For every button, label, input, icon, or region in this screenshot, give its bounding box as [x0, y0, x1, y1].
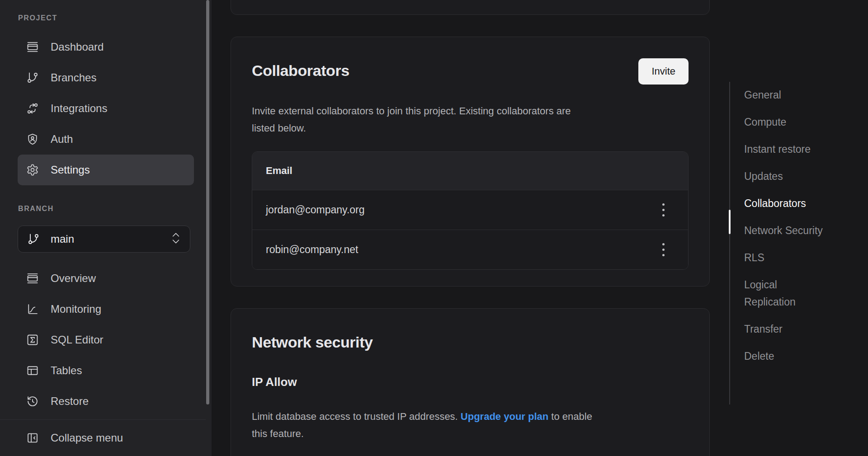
sidebar-scrollbar-thumb[interactable]	[206, 0, 209, 404]
settings-page-nav: General Compute Instant restore Updates …	[729, 82, 828, 375]
sidebar-item-label: Integrations	[51, 102, 107, 115]
kebab-dot	[662, 214, 665, 216]
kebab-dot	[662, 249, 665, 251]
ip-allow-text-before: Limit database access to trusted IP addr…	[252, 411, 458, 422]
sidebar-item-label: Settings	[51, 164, 90, 176]
project-nav: Dashboard Branches Integrations Auth Set…	[18, 32, 194, 185]
kebab-dot	[662, 203, 665, 206]
collaborators-card: Collaborators Invite Invite external col…	[231, 37, 710, 287]
collaborator-email: jordan@company.org	[266, 204, 365, 216]
sidebar-item-monitoring[interactable]: Monitoring	[18, 294, 194, 324]
nav-item-network-security[interactable]: Network Security	[744, 222, 828, 239]
sidebar-item-label: SQL Editor	[51, 334, 104, 346]
branch-section-label: BRANCH	[18, 203, 212, 214]
nav-item-transfer[interactable]: Transfer	[744, 320, 828, 338]
chevron-up-down-icon	[171, 230, 181, 248]
restore-icon	[26, 395, 39, 408]
sidebar-item-label: Monitoring	[51, 303, 101, 315]
row-menu-button[interactable]	[660, 201, 667, 219]
sidebar-item-label: Collapse menu	[51, 432, 123, 444]
git-branch-icon	[26, 71, 39, 84]
row-menu-button[interactable]	[660, 240, 667, 259]
branch-nav: Overview Monitoring SQL Editor Tables Re…	[18, 263, 194, 417]
monitoring-icon	[26, 303, 39, 315]
sidebar-item-overview[interactable]: Overview	[18, 263, 194, 294]
sidebar-item-auth[interactable]: Auth	[18, 124, 194, 155]
table-row: robin@company.net	[252, 230, 688, 269]
ip-allow-text: Limit database access to trusted IP addr…	[252, 408, 689, 442]
auth-shield-icon	[26, 133, 39, 146]
collapse-nav: Collapse menu	[18, 423, 194, 453]
collaborators-card-header: Collaborators Invite	[252, 61, 689, 85]
table-row: jordan@company.org	[252, 190, 688, 230]
nav-active-indicator	[729, 210, 731, 234]
gear-icon	[26, 164, 39, 176]
kebab-dot	[662, 209, 665, 211]
ip-allow-text-after: to enable	[551, 411, 592, 422]
nav-item-rls[interactable]: RLS	[744, 249, 828, 266]
sidebar-item-label: Tables	[51, 364, 82, 377]
branch-selector[interactable]: main	[18, 226, 190, 253]
integrations-icon	[26, 102, 39, 115]
kebab-dot	[662, 254, 665, 256]
sidebar-item-label: Branches	[51, 71, 96, 84]
invite-button[interactable]: Invite	[638, 58, 689, 85]
nav-rule	[729, 82, 730, 404]
upgrade-plan-link[interactable]: Upgrade your plan	[461, 411, 548, 422]
sidebar-item-branches[interactable]: Branches	[18, 62, 194, 93]
nav-item-collaborators[interactable]: Collaborators	[744, 195, 828, 212]
ip-allow-heading: IP Allow	[252, 374, 689, 390]
table-header-email: Email	[252, 152, 688, 190]
collaborators-description: Invite external collaborators to join th…	[252, 103, 689, 137]
nav-item-updates[interactable]: Updates	[744, 168, 828, 185]
dashboard-icon	[26, 41, 39, 53]
collaborators-title: Collaborators	[252, 61, 349, 80]
sidebar-item-settings[interactable]: Settings	[18, 155, 194, 185]
nav-item-compute[interactable]: Compute	[744, 113, 828, 131]
sidebar-item-sql-editor[interactable]: SQL Editor	[18, 324, 194, 355]
overview-icon	[26, 272, 39, 285]
nav-item-general[interactable]: General	[744, 86, 828, 103]
nav-item-logical-replication[interactable]: Logical Replication	[744, 276, 828, 310]
sidebar-item-label: Dashboard	[51, 41, 104, 53]
sidebar-item-label: Auth	[51, 133, 73, 146]
ip-allow-text-line2: this feature.	[252, 428, 304, 439]
collaborators-description-line2: listed below.	[252, 122, 306, 134]
panel-collapse-icon	[26, 432, 39, 444]
sidebar-item-integrations[interactable]: Integrations	[18, 93, 194, 124]
sidebar-divider	[0, 419, 206, 420]
sidebar-item-dashboard[interactable]: Dashboard	[18, 32, 194, 62]
sidebar-item-label: Overview	[51, 272, 96, 285]
collaborators-description-line1: Invite external collaborators to join th…	[252, 105, 571, 117]
branch-selector-value: main	[51, 233, 160, 245]
sidebar-item-restore[interactable]: Restore	[18, 386, 194, 417]
sidebar: PROJECT Dashboard Branches Integrations …	[0, 0, 212, 456]
network-security-card: Network security IP Allow Limit database…	[231, 308, 710, 456]
nav-item-delete[interactable]: Delete	[744, 348, 828, 365]
kebab-dot	[662, 243, 665, 245]
tables-icon	[26, 364, 39, 377]
sql-editor-icon	[26, 334, 39, 346]
sidebar-item-tables[interactable]: Tables	[18, 355, 194, 386]
project-section-label: PROJECT	[18, 13, 212, 24]
sidebar-item-label: Restore	[51, 395, 89, 408]
git-branch-icon	[27, 233, 40, 245]
collaborators-table: Email jordan@company.org robin@company.n…	[252, 151, 689, 270]
collaborator-email: robin@company.net	[266, 244, 358, 256]
collapse-menu-button[interactable]: Collapse menu	[18, 423, 194, 453]
previous-card-partial	[231, 0, 710, 15]
network-security-title: Network security	[252, 332, 689, 352]
nav-item-instant-restore[interactable]: Instant restore	[744, 141, 828, 158]
